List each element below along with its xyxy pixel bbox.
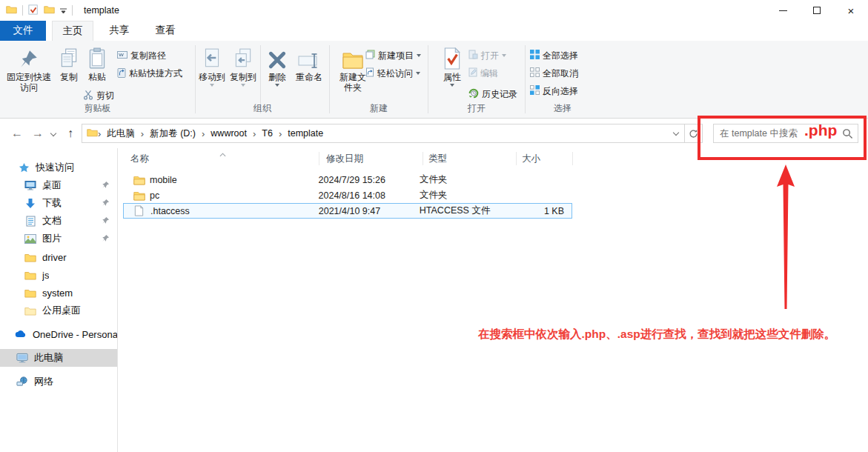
breadcrumb-template[interactable]: template	[282, 128, 329, 139]
public-desktop-label: 公用桌面	[42, 304, 81, 317]
column-header-date-modified[interactable]: 修改日期	[326, 150, 423, 167]
sidebar-item-quick-access[interactable]: 快速访问	[0, 159, 117, 176]
easy-access-button[interactable]: 轻松访问	[365, 66, 420, 81]
sidebar-item-onedrive[interactable]: OneDrive - Persona	[0, 325, 117, 343]
documents-label: 文档	[42, 214, 62, 227]
rename-button[interactable]: 重命名	[291, 44, 328, 82]
onedrive-label: OneDrive - Persona	[33, 329, 117, 340]
sidebar-item-driver[interactable]: driver	[0, 248, 117, 266]
clipboard-group-label: 剪贴板	[0, 102, 195, 115]
cut-button[interactable]: 剪切	[83, 88, 114, 103]
history-clock-icon	[468, 88, 479, 101]
folder-icon	[133, 190, 145, 201]
column-divider[interactable]	[572, 152, 573, 165]
file-date: 2021/4/10 9:47	[319, 206, 420, 216]
open-label: 打开	[481, 50, 499, 62]
back-arrow-icon: ←	[11, 127, 23, 140]
copy-to-button[interactable]: 复制到	[228, 44, 259, 87]
file-date: 2024/7/29 15:26	[319, 175, 420, 185]
dropdown-caret-icon	[275, 84, 279, 87]
delete-label: 删除	[268, 72, 286, 82]
delete-x-icon	[268, 44, 287, 70]
back-button[interactable]: ←	[9, 119, 25, 148]
new-folder-toolbar-icon[interactable]	[44, 4, 55, 16]
file-row-pc[interactable]: pc 2024/8/16 14:08 文件夹	[123, 187, 572, 203]
move-to-label: 移动到	[199, 72, 225, 82]
toolbar-customize-chevron-icon[interactable]	[60, 5, 67, 16]
address-bar[interactable]: › 此电脑 › 新加卷 (D:) › wwwroot › T6 › templa…	[82, 124, 703, 143]
tab-home[interactable]: 主页	[52, 21, 93, 41]
window-title: template	[84, 5, 119, 16]
pin-icon	[102, 180, 110, 191]
sidebar-item-desktop[interactable]: 桌面	[0, 176, 117, 194]
move-to-button[interactable]: 移动到	[196, 44, 228, 87]
sidebar-item-public-desktop[interactable]: 公用桌面	[0, 302, 117, 319]
copy-to-icon	[233, 44, 253, 70]
breadcrumb-drive-d[interactable]: 新加卷 (D:)	[144, 127, 202, 140]
address-dropdown-chevron-icon[interactable]	[673, 130, 679, 136]
dropdown-caret-icon	[502, 54, 506, 57]
breadcrumb-t6[interactable]: T6	[256, 128, 279, 139]
breadcrumb-this-pc[interactable]: 此电脑	[101, 127, 141, 140]
paste-shortcut-button[interactable]: 粘贴快捷方式	[117, 66, 182, 81]
title-bar: template ×	[0, 0, 868, 21]
pin-icon	[102, 233, 110, 245]
select-none-button[interactable]: 全部取消	[530, 66, 578, 81]
delete-button[interactable]: 删除	[264, 44, 291, 87]
sidebar-item-network[interactable]: 网络	[0, 373, 117, 390]
file-row-mobile[interactable]: mobile 2024/7/29 15:26 文件夹	[123, 172, 572, 187]
new-item-button[interactable]: 新建项目	[365, 48, 421, 63]
column-header-size[interactable]: 大小	[522, 150, 572, 167]
paste-label: 粘贴	[88, 72, 106, 82]
pictures-label: 图片	[42, 232, 62, 245]
close-button[interactable]: ×	[834, 0, 868, 21]
open-button[interactable]: 打开	[468, 48, 506, 63]
column-divider[interactable]	[516, 152, 517, 165]
rename-label: 重命名	[296, 72, 322, 82]
sidebar-item-downloads[interactable]: 下载	[0, 194, 117, 212]
folder-icon	[24, 251, 36, 263]
downloads-label: 下载	[42, 196, 62, 210]
ribbon-group-new: 新建文件夹 新建项目 轻松访问 新建	[330, 41, 428, 118]
copy-label: 复制	[60, 72, 78, 82]
sidebar-item-pictures[interactable]: 图片	[0, 230, 117, 247]
new-group-label: 新建	[330, 102, 428, 115]
invert-selection-button[interactable]: 反向选择	[530, 84, 578, 99]
sidebar-item-system[interactable]: system	[0, 284, 117, 302]
up-button[interactable]: ↑	[62, 119, 79, 148]
breadcrumb-wwwroot[interactable]: wwwroot	[205, 128, 253, 139]
minimize-button[interactable]	[766, 0, 800, 21]
ribbon-group-open: 属性 打开 编辑 历史记录 打开	[428, 41, 525, 118]
maximize-button[interactable]	[800, 0, 834, 21]
properties-button[interactable]: 属性	[437, 44, 467, 87]
copy-path-label: 复制路径	[130, 50, 166, 62]
properties-check-icon[interactable]	[28, 4, 39, 17]
properties-icon	[443, 44, 461, 70]
select-all-label: 全部选择	[543, 50, 578, 62]
tab-share[interactable]: 共享	[99, 21, 139, 41]
copy-button[interactable]: 复制	[55, 44, 83, 82]
ribbon-group-clipboard: 固定到快速访问 复制 粘贴 复制路径 粘贴快捷方式 剪切 剪贴	[0, 41, 195, 118]
file-type: HTACCESS 文件	[420, 205, 508, 217]
copy-path-button[interactable]: 复制路径	[117, 48, 166, 63]
sidebar-item-this-pc[interactable]: 此电脑	[0, 349, 117, 367]
toolbar-separator	[72, 5, 73, 16]
new-folder-icon	[342, 44, 364, 70]
column-divider[interactable]	[423, 152, 423, 165]
tab-view[interactable]: 查看	[145, 21, 185, 41]
paste-button[interactable]: 粘贴	[82, 44, 113, 82]
edit-button[interactable]: 编辑	[468, 66, 498, 81]
sidebar-item-documents[interactable]: 文档	[0, 212, 117, 230]
file-row-htaccess[interactable]: .htaccess 2021/4/10 9:47 HTACCESS 文件 1 K…	[123, 203, 572, 219]
history-button[interactable]: 历史记录	[468, 87, 517, 102]
pin-to-quick-access-button[interactable]: 固定到快速访问	[6, 44, 52, 93]
column-header-name[interactable]: 名称	[130, 150, 319, 167]
column-divider[interactable]	[319, 152, 319, 165]
recent-locations-button[interactable]	[47, 119, 59, 148]
sidebar-item-js[interactable]: js	[0, 266, 117, 284]
column-header-type[interactable]: 类型	[428, 150, 516, 167]
paste-shortcut-label: 粘贴快捷方式	[129, 67, 182, 80]
tab-file[interactable]: 文件	[0, 21, 46, 41]
forward-button[interactable]: →	[30, 119, 46, 148]
select-all-button[interactable]: 全部选择	[530, 48, 578, 63]
